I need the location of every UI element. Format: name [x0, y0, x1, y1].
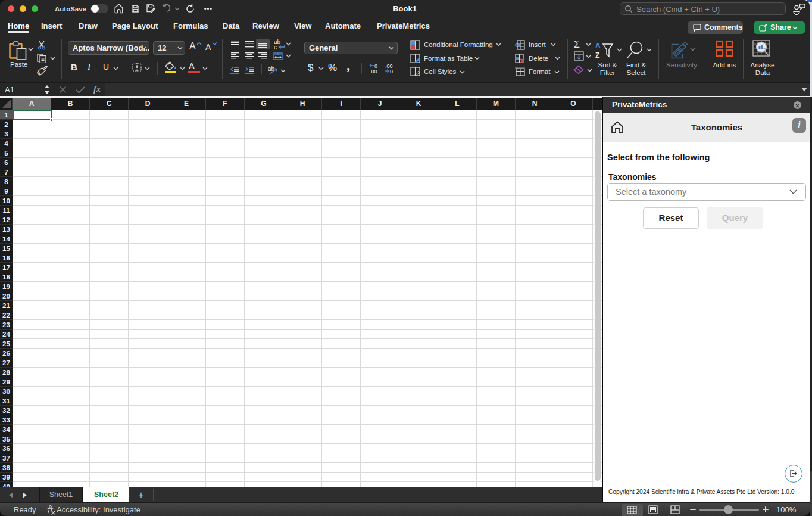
svg-text:0: 0 [390, 69, 393, 74]
svg-text:.00: .00 [370, 69, 377, 74]
svg-text:A: A [595, 42, 601, 50]
svg-text:Z: Z [595, 51, 599, 60]
